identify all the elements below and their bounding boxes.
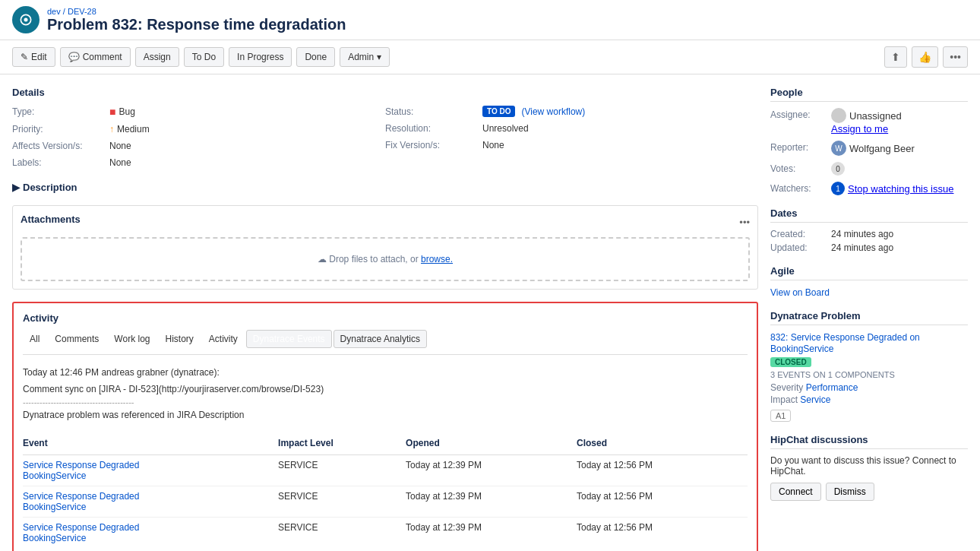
- event-cell: Service Response DegradedBookingService: [23, 455, 278, 486]
- event-link[interactable]: Service Response DegradedBookingService: [23, 460, 139, 481]
- breadcrumb-project[interactable]: dev: [47, 7, 61, 16]
- affects-value: None: [109, 141, 131, 151]
- edit-icon: ✎: [21, 52, 28, 62]
- app-logo: [12, 6, 40, 33]
- col-opened: Opened: [406, 435, 577, 455]
- todo-button[interactable]: To Do: [184, 47, 224, 67]
- status-label: Status:: [385, 106, 476, 117]
- resolution-label: Resolution:: [385, 123, 476, 134]
- comment-button[interactable]: 💬 Comment: [60, 47, 131, 67]
- priority-value: ↑ Medium: [109, 124, 150, 135]
- votes-row: Votes: 0: [770, 162, 968, 176]
- drop-text: Drop files to attach, or: [329, 254, 418, 264]
- status-row: Status: TO DO (View workflow): [385, 104, 758, 119]
- votes-label: Votes:: [770, 162, 831, 174]
- tab-activity[interactable]: Activity: [202, 330, 245, 348]
- description-toggle-icon: ▶: [12, 182, 20, 193]
- event-comment-header: Today at 12:46 PM andreas grabner (dynat…: [23, 364, 748, 381]
- upload-icon: ☁: [318, 254, 327, 264]
- breadcrumb-separator: /: [63, 7, 65, 16]
- view-on-board-link[interactable]: View on Board: [770, 287, 830, 298]
- priority-icon: ↑: [109, 124, 114, 135]
- closed-cell: Today at 12:56 PM: [577, 486, 748, 518]
- breadcrumb-issue-id[interactable]: DEV-28: [68, 7, 96, 16]
- stop-watching-link[interactable]: Stop watching this issue: [848, 183, 953, 195]
- assignee-avatar: [831, 108, 846, 123]
- inprogress-button[interactable]: In Progress: [229, 47, 292, 67]
- edit-button[interactable]: ✎ Edit: [12, 47, 55, 67]
- labels-label: Labels:: [12, 157, 103, 168]
- toolbar: ✎ Edit 💬 Comment Assign To Do In Progres…: [0, 40, 980, 74]
- done-button[interactable]: Done: [296, 47, 335, 67]
- created-label: Created:: [770, 229, 831, 239]
- svg-point-1: [24, 18, 28, 22]
- attachments-title: Attachments: [21, 214, 81, 225]
- hipchat-title: HipChat discussions: [770, 434, 968, 449]
- tab-comments[interactable]: Comments: [48, 330, 106, 348]
- people-title: People: [770, 87, 968, 102]
- created-value: 24 minutes ago: [831, 229, 893, 239]
- dates-section: Dates Created: 24 minutes ago Updated: 2…: [770, 207, 968, 253]
- events-meta: 3 EVENTS ON 1 COMPONENTS: [770, 370, 968, 379]
- priority-row: Priority: ↑ Medium: [12, 122, 385, 136]
- bug-icon: ■: [109, 106, 115, 118]
- tab-history[interactable]: History: [159, 330, 201, 348]
- severity-value: Performance: [806, 382, 858, 393]
- tab-worklog[interactable]: Work log: [107, 330, 156, 348]
- dismiss-button[interactable]: Dismiss: [826, 483, 874, 501]
- event-comment-link: Comment sync on [JIRA - DI-523](http://y…: [23, 381, 748, 397]
- event-link[interactable]: Service Response DegradedBookingService: [23, 491, 139, 512]
- severity-detail: Severity Performance: [770, 382, 968, 393]
- reporter-value: W Wolfgang Beer: [831, 141, 915, 156]
- opened-cell: Today at 12:39 PM: [406, 518, 577, 549]
- labels-value: None: [109, 157, 131, 168]
- col-closed: Closed: [577, 435, 748, 455]
- assignee-row: Assignee: Unassigned Assign to me: [770, 108, 968, 135]
- assign-me-link[interactable]: Assign to me: [831, 123, 888, 135]
- hipchat-text: Do you want to discuss this issue? Conne…: [770, 455, 968, 477]
- drop-zone[interactable]: ☁ Drop files to attach, or browse.: [21, 237, 750, 281]
- problem-link[interactable]: 832: Service Response Degraded on Bookin…: [770, 332, 920, 354]
- dates-title: Dates: [770, 207, 968, 223]
- event-link[interactable]: Service Response DegradedBookingService: [23, 522, 139, 543]
- closed-badge: CLOSED: [770, 357, 811, 367]
- description-section[interactable]: ▶ Description: [12, 182, 758, 193]
- table-row: Service Response DegradedBookingService …: [23, 518, 748, 549]
- reporter-label: Reporter:: [770, 141, 831, 153]
- type-label: Type:: [12, 106, 103, 117]
- table-row: Service Response DegradedBookingService …: [23, 455, 748, 486]
- table-row: Service Response DegradedBookingService …: [23, 486, 748, 518]
- opened-cell: Today at 12:39 PM: [406, 455, 577, 486]
- agile-title: Agile: [770, 265, 968, 280]
- impact-value: Service: [800, 394, 830, 405]
- impact-label: Impact: [770, 394, 798, 405]
- watchers-row: Watchers: 1 Stop watching this issue: [770, 182, 968, 195]
- resolution-row: Resolution: Unresolved: [385, 122, 758, 135]
- assign-button[interactable]: Assign: [135, 47, 179, 67]
- events-table: Event Impact Level Opened Closed Service…: [23, 435, 748, 548]
- vote-button[interactable]: 👍: [912, 46, 938, 68]
- watchers-label: Watchers:: [770, 182, 831, 194]
- resolution-value: Unresolved: [482, 123, 529, 134]
- tab-all[interactable]: All: [23, 330, 46, 348]
- tab-dynatrace-events[interactable]: Dynatrace Events: [246, 330, 332, 348]
- view-workflow-link[interactable]: (View workflow): [521, 106, 585, 117]
- hipchat-section: HipChat discussions Do you want to discu…: [770, 434, 968, 501]
- attachments-more-icon[interactable]: •••: [739, 217, 750, 228]
- affects-row: Affects Version/s: None: [12, 139, 385, 153]
- dynatrace-problem-title: Dynatrace Problem: [770, 310, 968, 325]
- browse-link[interactable]: browse.: [421, 254, 453, 264]
- share-button[interactable]: ⬆: [884, 46, 907, 68]
- type-value: ■ Bug: [109, 106, 135, 118]
- priority-label: Priority:: [12, 124, 103, 135]
- connect-button[interactable]: Connect: [770, 483, 821, 501]
- admin-button[interactable]: Admin ▾: [340, 47, 390, 67]
- more-button[interactable]: •••: [943, 46, 968, 68]
- impact-cell: SERVICE: [278, 518, 406, 549]
- opened-cell: Today at 12:39 PM: [406, 486, 577, 518]
- description-label: Description: [23, 182, 77, 193]
- impact-cell: SERVICE: [278, 455, 406, 486]
- fix-version-label: Fix Version/s:: [385, 140, 476, 150]
- activity-tabs: All Comments Work log History Activity D…: [23, 330, 748, 355]
- tab-dynatrace-analytics[interactable]: Dynatrace Analytics: [334, 330, 427, 348]
